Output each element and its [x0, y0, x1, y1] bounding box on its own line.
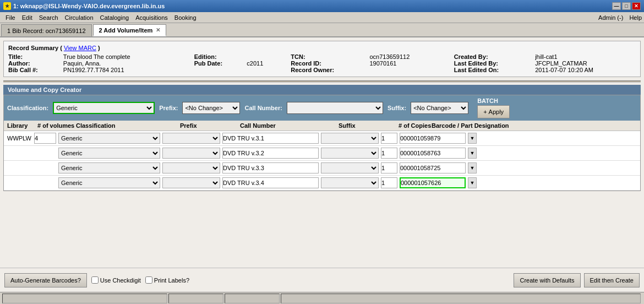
tcn-value: ocn713659112: [369, 53, 454, 60]
bottom-left-controls: Auto-Generate Barcodes? Use Checkdigit P…: [4, 273, 189, 287]
tab-close-icon[interactable]: ✕: [156, 27, 160, 33]
close-button[interactable]: ✕: [632, 2, 641, 10]
col-volumes: # of volumes: [37, 122, 76, 129]
row3-callnum[interactable]: [222, 162, 319, 173]
row4-callnum[interactable]: [222, 177, 319, 188]
bib-call-value: PN1992.77.T784 2011: [63, 67, 194, 73]
record-owner-label: Record Owner:: [291, 67, 369, 73]
batch-suffix-select[interactable]: <No Change>: [411, 102, 468, 114]
data-rows: WWPLW Generic ▼ Generic: [4, 131, 640, 191]
auto-generate-button[interactable]: Auto-Generate Barcodes?: [4, 273, 87, 287]
row3-classification[interactable]: Generic: [58, 162, 160, 173]
menu-circulation[interactable]: Circulation: [62, 13, 97, 22]
status-segment-1: [2, 294, 167, 303]
title-value: True blood The complete: [63, 53, 194, 60]
edition-value: [247, 53, 291, 60]
batch-row: Classification: Generic Prefix: <No Chan…: [4, 95, 640, 121]
row2-suffix[interactable]: [321, 148, 379, 159]
prefix-batch-label: Prefix:: [159, 105, 178, 111]
row4-classification[interactable]: Generic: [58, 177, 160, 188]
apply-button[interactable]: + Apply: [477, 105, 510, 118]
tab-add-volume[interactable]: 2 Add Volume/Item ✕: [93, 24, 167, 36]
title-bar: ★ 1: wknapp@ISLI-Wendy-VAIO.dev.evergree…: [0, 0, 644, 12]
batch-callnum-select[interactable]: [287, 102, 383, 114]
edit-create-button[interactable]: Edit then Create: [584, 273, 640, 287]
row1-suffix[interactable]: [321, 133, 379, 144]
row2-prefix[interactable]: [162, 148, 220, 159]
menu-acquisitions[interactable]: Acquisitions: [132, 13, 171, 22]
tab-add-volume-label: 2 Add Volume/Item: [99, 27, 153, 34]
created-by-label: Created By:: [454, 53, 535, 60]
create-defaults-button[interactable]: Create with Defaults: [514, 273, 580, 287]
status-segment-3: [225, 294, 280, 303]
row3-barcode[interactable]: [400, 162, 466, 173]
print-labels-label[interactable]: Print Labels?: [145, 276, 189, 284]
last-edited-by-label: Last Edited By:: [454, 60, 535, 67]
row4-barcode[interactable]: [400, 177, 466, 188]
menu-file[interactable]: File: [2, 13, 19, 22]
menu-bar: File Edit Search Circulation Cataloging …: [0, 12, 644, 23]
bottom-right-controls: Create with Defaults Edit then Create: [514, 273, 640, 287]
minimize-button[interactable]: —: [612, 2, 621, 10]
use-checkdigit-checkbox[interactable]: [91, 276, 99, 284]
batch-label-text: BATCH: [477, 97, 510, 104]
author-label: Author:: [8, 60, 63, 67]
tab-bib-record[interactable]: 1 Bib Record: ocn713659112: [1, 24, 92, 36]
view-marc-link[interactable]: View MARC: [64, 45, 96, 51]
row2-copies[interactable]: [381, 148, 397, 159]
row4-suffix[interactable]: [321, 177, 379, 188]
row1-volumes[interactable]: [34, 133, 56, 144]
row1-barcode[interactable]: [400, 133, 466, 144]
row3-copies[interactable]: [381, 162, 397, 173]
tcn-label: TCN:: [291, 53, 369, 60]
record-id-label: Record ID:: [291, 60, 369, 67]
row1-copies[interactable]: [381, 133, 397, 144]
divider[interactable]: [3, 80, 641, 83]
row1-menu-button[interactable]: ▼: [468, 133, 477, 144]
edition-label: Edition:: [194, 53, 247, 60]
author-value: Paquin, Anna.: [63, 60, 194, 67]
row4-menu-button[interactable]: ▼: [468, 177, 477, 188]
col-library: Library: [7, 122, 37, 129]
suffix-batch-label: Suffix:: [388, 105, 406, 111]
menu-search[interactable]: Search: [36, 13, 62, 22]
print-labels-checkbox[interactable]: [145, 276, 152, 284]
col-copies: # of Copies: [399, 122, 432, 129]
use-checkdigit-label[interactable]: Use Checkdigit: [91, 276, 141, 284]
row2-barcode[interactable]: [400, 148, 466, 159]
last-edited-on-label: Last Edited On:: [454, 67, 535, 73]
menu-booking[interactable]: Booking: [171, 13, 200, 22]
batch-prefix-select[interactable]: <No Change>: [182, 102, 240, 114]
row1-callnum[interactable]: [222, 133, 319, 144]
volume-creator-header: Volume and Copy Creator: [3, 85, 641, 95]
status-segment-2: [168, 294, 223, 303]
row1-classification[interactable]: Generic: [58, 133, 160, 144]
admin-label[interactable]: Admin (-): [598, 14, 623, 21]
callnum-batch-label: Call Number:: [244, 105, 282, 111]
row2-callnum[interactable]: [222, 148, 319, 159]
last-edited-by-value: JFCPLM_CATMAR: [535, 60, 636, 67]
window-title: 1: wknapp@ISLI-Wendy-VAIO.dev.evergreen.…: [13, 3, 612, 9]
row3-suffix[interactable]: [321, 162, 379, 173]
row3-prefix[interactable]: [162, 162, 220, 173]
menu-cataloging[interactable]: Cataloging: [97, 13, 133, 22]
row4-copies[interactable]: [381, 177, 397, 188]
record-id-value: 19070161: [369, 60, 454, 67]
row4-prefix[interactable]: [162, 177, 220, 188]
maximize-button[interactable]: □: [622, 2, 631, 10]
tab-bib-record-label: 1 Bib Record: ocn713659112: [7, 28, 86, 34]
batch-classification-select[interactable]: Generic: [53, 102, 155, 114]
title-label: Title:: [8, 53, 63, 60]
help-link[interactable]: Help: [629, 14, 642, 21]
row1-prefix[interactable]: [162, 133, 220, 144]
table-row: Generic ▼: [4, 146, 640, 161]
row2-menu-button[interactable]: ▼: [468, 148, 477, 159]
column-headers: Library # of volumes Classification Pref…: [4, 121, 640, 131]
row3-menu-button[interactable]: ▼: [468, 162, 477, 173]
record-summary-header: Record Summary ( View MARC ): [8, 45, 636, 51]
row2-classification[interactable]: Generic: [58, 148, 160, 159]
main-content: Record Summary ( View MARC ) Title: True…: [0, 37, 644, 304]
menu-edit[interactable]: Edit: [19, 13, 36, 22]
app-icon: ★: [3, 2, 11, 10]
table-row: Generic ▼: [4, 161, 640, 176]
